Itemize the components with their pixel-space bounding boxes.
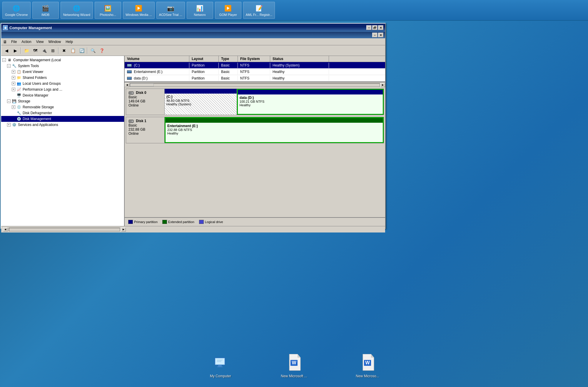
legend-primary: Primary partition [128, 220, 158, 224]
root-expand[interactable]: – [2, 58, 6, 62]
desktop-icon-my-computer[interactable]: My Computer [207, 353, 234, 378]
vol-c-fs: NTFS [238, 63, 270, 68]
volume-scrollbar[interactable]: ◀ ▶ [125, 82, 385, 87]
toolbar-disconnect[interactable]: 🔌 [40, 47, 48, 54]
computer-management-window: 🖥 Computer Management – 🗗 ✕ – ✕ 🖥 File A… [1, 23, 386, 229]
toolbar-sep-2 [58, 47, 59, 54]
inner-close-button[interactable]: ✕ [378, 33, 383, 37]
perf-logs-expand[interactable]: + [12, 88, 15, 91]
tree-disk-management[interactable]: 💿 Disk Management [1, 116, 124, 122]
menu-file[interactable]: File [9, 39, 19, 44]
menu-help[interactable]: Help [63, 39, 75, 44]
tree-defrag[interactable]: 🔧 Disk Defragmenter [1, 110, 124, 116]
tree-removable-label: Removable Storage [23, 105, 54, 109]
desktop-icon-word-2[interactable]: W New Microsо... [354, 353, 381, 378]
storage-expand[interactable]: – [7, 99, 11, 103]
legend-extended-box [162, 220, 167, 224]
photoshop-icon: 🖼️ [104, 4, 112, 12]
taskbar-btn-imdb[interactable]: 🎬 IMDB [32, 2, 59, 19]
menu-action[interactable]: Action [19, 39, 34, 44]
local-users-expand[interactable]: + [12, 82, 15, 85]
menubar-tree-icon: 🖥 [2, 39, 8, 44]
toolbar-zoom[interactable]: 🔍 [89, 47, 97, 54]
toolbar-sep-1 [21, 47, 21, 54]
toolbar-properties[interactable]: 📋 [69, 47, 77, 54]
word-svg-1: W [286, 354, 302, 372]
vol-c-layout: Partition [189, 63, 219, 68]
disk-icon [128, 91, 134, 95]
vol-d-layout: Partition [189, 76, 219, 81]
tree-scrollbar-area[interactable]: ◀ ▶ [3, 227, 126, 232]
partition-d-size: 100.21 GB NTFS [240, 100, 381, 103]
tree-root[interactable]: – 🖥 Computer Management (Local [1, 57, 124, 63]
scroll-thumb[interactable] [130, 84, 154, 87]
toolbar-delete[interactable]: ✖ [60, 47, 68, 54]
vol-icon-d [127, 77, 132, 80]
inner-minimize-button[interactable]: – [372, 33, 377, 37]
tree-h-scrollbar[interactable] [9, 228, 120, 231]
tree-services[interactable]: + ⚙️ Services and Applications [1, 122, 124, 128]
taskbar-btn-networx[interactable]: 📊 Networx [187, 2, 213, 19]
taskbar-btn-gom[interactable]: ▶️ GOM Player [215, 2, 241, 19]
partition-e[interactable]: Entertainment (E:) 232.88 GB NTFS Health… [165, 117, 384, 143]
restore-button[interactable]: 🗗 [372, 25, 377, 30]
tree-storage[interactable]: – 💾 Storage [1, 98, 124, 104]
vol-col-layout: Layout [189, 56, 219, 62]
taskbar-btn-networking-label: Networking Wizard [63, 13, 90, 16]
table-row[interactable]: Entertainment (E:) Partition Basic NTFS … [125, 69, 385, 75]
toolbar-back[interactable]: ◀ [2, 47, 11, 54]
system-tools-expand[interactable]: – [7, 64, 11, 68]
tree-shared-folders-label: Shared Folders [23, 76, 47, 80]
table-row[interactable]: data (D:) Partition Basic NTFS Healthy [125, 75, 385, 82]
toolbar-refresh[interactable]: 🔄 [78, 47, 86, 54]
toolbar-up[interactable]: 📁 [22, 47, 31, 54]
taskbar-btn-acdsee-label: ACDSee Trial ... [159, 13, 182, 16]
svg-text:W: W [292, 360, 296, 365]
menu-window[interactable]: Window [46, 39, 64, 44]
taskbar-btn-acdsee[interactable]: 📷 ACDSee Trial ... [156, 2, 185, 19]
partition-c[interactable]: (C:) 48.83 GB NTFS Healthy (System) [165, 89, 237, 115]
services-expand[interactable]: + [7, 123, 11, 127]
partition-d[interactable]: data (D:) 100.21 GB NTFS Healthy [237, 89, 384, 115]
disk-0-info: Disk 0 Basic 149.04 GB Online [126, 89, 164, 115]
tree-device-manager[interactable]: 🖥️ Device Manager [1, 92, 124, 98]
tree-scroll-left[interactable]: ◀ [3, 227, 8, 232]
minimize-button[interactable]: – [366, 25, 372, 30]
table-row[interactable]: (C:) Partition Basic NTFS Healthy (Syste… [125, 62, 385, 69]
event-viewer-expand[interactable]: + [12, 70, 15, 74]
shared-folders-expand[interactable]: + [12, 76, 15, 79]
toolbar-help[interactable]: ❓ [98, 47, 106, 54]
taskbar-btn-networking[interactable]: 🌐 Networking Wizard [61, 2, 93, 19]
scroll-track[interactable] [130, 83, 380, 87]
tree-scroll-right[interactable]: ▶ [121, 227, 126, 232]
scroll-right-arrow[interactable]: ▶ [380, 83, 385, 87]
vol-d-volume: data (D:) [125, 76, 189, 81]
tree-system-tools[interactable]: – 🔧 System Tools [1, 63, 124, 69]
toolbar-map[interactable]: 🗺 [31, 47, 39, 54]
tree-local-users-label: Local Users and Groups [23, 82, 61, 86]
scroll-left-arrow[interactable]: ◀ [125, 83, 129, 87]
toolbar-forward[interactable]: ▶ [11, 47, 19, 54]
taskbar-btn-aml[interactable]: 📝 AML Fr... Registr... [243, 2, 275, 19]
close-button[interactable]: ✕ [378, 25, 383, 30]
computer-svg [213, 355, 228, 371]
disk-view: Disk 0 Basic 149.04 GB Online (C:) 48.83 [125, 87, 385, 217]
tree-perf-logs[interactable]: + 📈 Performance Logs and ... [1, 87, 124, 92]
tree-event-viewer[interactable]: + 📋 Event Viewer [1, 69, 124, 75]
desktop-icon-word-1[interactable]: W New Microsoft ... [281, 353, 307, 378]
partition-d-status: Healthy [240, 103, 381, 107]
taskbar-btn-gom-label: GOM Player [219, 13, 237, 16]
removable-expand[interactable]: + [12, 105, 15, 109]
window-title: Computer Management [9, 26, 52, 30]
tree-removable-storage[interactable]: + 💿 Removable Storage [1, 104, 124, 110]
disk-mgmt-icon: 💿 [16, 117, 21, 121]
taskbar-btn-chrome[interactable]: 🌐 Google Chrome [2, 2, 31, 19]
legend-primary-label: Primary partition [134, 220, 158, 224]
taskbar-btn-wmp[interactable]: ▶️ Windows Media ... [123, 2, 155, 19]
tree-panel: – 🖥 Computer Management (Local – 🔧 Syste… [1, 56, 125, 226]
tree-shared-folders[interactable]: + 📁 Shared Folders [1, 75, 124, 81]
tree-local-users[interactable]: + 👥 Local Users and Groups [1, 81, 124, 87]
toolbar-icon2[interactable]: ⊞ [49, 47, 57, 54]
menu-view[interactable]: View [34, 39, 46, 44]
taskbar-btn-photoshop[interactable]: 🖼️ Photosho... [95, 2, 121, 19]
